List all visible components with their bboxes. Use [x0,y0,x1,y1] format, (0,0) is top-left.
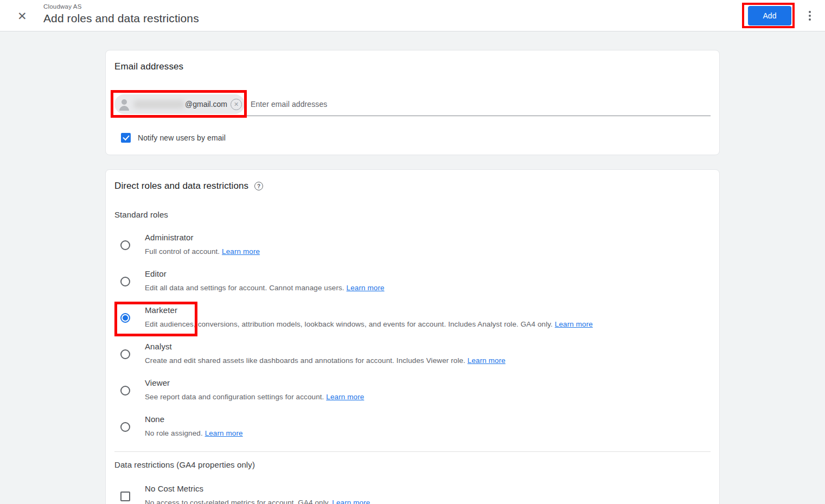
radio-administrator[interactable] [120,240,130,250]
email-input-underline [114,116,711,116]
no-cost-metrics-checkbox[interactable] [120,492,130,501]
header-title-block: Cloudway AS Add roles and data restricti… [43,3,199,25]
role-description: Edit audiences, conversions, attribution… [145,320,593,329]
notify-users-row[interactable]: Notify new users by email [121,133,711,143]
role-row-marketer[interactable]: Marketer Edit audiences, conversions, at… [114,306,711,329]
learn-more-link[interactable]: Learn more [222,247,260,256]
top-bar-actions: Add [748,0,814,31]
learn-more-link[interactable]: Learn more [332,499,370,504]
restriction-row-no-cost-metrics[interactable]: No Cost Metrics No access to cost-relate… [114,484,711,504]
email-card-title: Email addresses [114,61,711,72]
add-roles-page: ✕ Cloudway AS Add roles and data restric… [0,0,825,504]
page-title: Add roles and data restrictions [43,12,199,25]
section-divider [114,451,711,452]
radio-analyst[interactable] [120,349,130,359]
email-input[interactable]: @gmail.com ✕ Enter email addresses [114,94,711,114]
help-icon[interactable]: ? [254,182,263,190]
role-description: No role assigned. Learn more [145,429,243,438]
learn-more-link[interactable]: Learn more [468,356,506,365]
remove-chip-icon[interactable]: ✕ [231,99,242,110]
data-restrictions-heading: Data restrictions (GA4 properties only) [114,460,711,469]
role-name: Editor [145,270,385,278]
roles-card-title-row: Direct roles and data restrictions ? [114,181,711,192]
email-addresses-card: Email addresses @gmail.com ✕ Enter email… [105,50,720,155]
role-row-analyst[interactable]: Analyst Create and edit shared assets li… [114,342,711,366]
role-description: Full control of account. Learn more [145,247,260,257]
email-chip-suffix: @gmail.com [185,100,227,109]
notify-users-label: Notify new users by email [138,133,226,142]
account-name: Cloudway AS [43,3,199,10]
role-name: Marketer [145,306,593,315]
role-name: Viewer [145,379,364,387]
roles-card-title: Direct roles and data restrictions [114,181,248,192]
notify-users-checkbox[interactable] [121,133,131,143]
role-description: Edit all data and settings for account. … [145,283,385,293]
email-input-placeholder: Enter email addresses [251,100,327,109]
roles-card: Direct roles and data restrictions ? Sta… [105,169,720,504]
role-name: None [145,415,243,424]
avatar-icon [118,98,131,111]
learn-more-link[interactable]: Learn more [347,284,385,292]
learn-more-link[interactable]: Learn more [205,429,243,437]
role-description: Create and edit shared assets like dashb… [145,356,506,366]
role-row-editor[interactable]: Editor Edit all data and settings for ac… [114,270,711,293]
more-options-icon[interactable] [805,8,814,24]
radio-marketer[interactable] [120,313,130,323]
radio-editor[interactable] [120,277,130,286]
radio-none[interactable] [120,422,130,432]
role-row-administrator[interactable]: Administrator Full control of account. L… [114,233,711,257]
learn-more-link[interactable]: Learn more [326,393,364,401]
role-row-none[interactable]: None No role assigned. Learn more [114,415,711,438]
data-restrictions-list: No Cost Metrics No access to cost-relate… [114,484,711,504]
close-icon[interactable]: ✕ [15,8,29,23]
radio-viewer[interactable] [120,386,130,395]
add-button[interactable]: Add [748,6,791,25]
role-name: Analyst [145,342,506,351]
main-content: Email addresses @gmail.com ✕ Enter email… [0,31,825,504]
role-name: Administrator [145,233,260,242]
restriction-name: No Cost Metrics [145,484,370,493]
standard-roles-list: Administrator Full control of account. L… [114,233,711,438]
top-bar: ✕ Cloudway AS Add roles and data restric… [0,0,825,31]
role-description: See report data and configuration settin… [145,392,364,402]
email-chip[interactable]: @gmail.com ✕ [114,94,245,114]
role-row-viewer[interactable]: Viewer See report data and configuration… [114,379,711,402]
restriction-description: No access to cost-related metrics for ac… [145,498,370,504]
redacted-email-username [134,100,184,109]
learn-more-link[interactable]: Learn more [555,320,593,328]
standard-roles-heading: Standard roles [114,210,711,219]
